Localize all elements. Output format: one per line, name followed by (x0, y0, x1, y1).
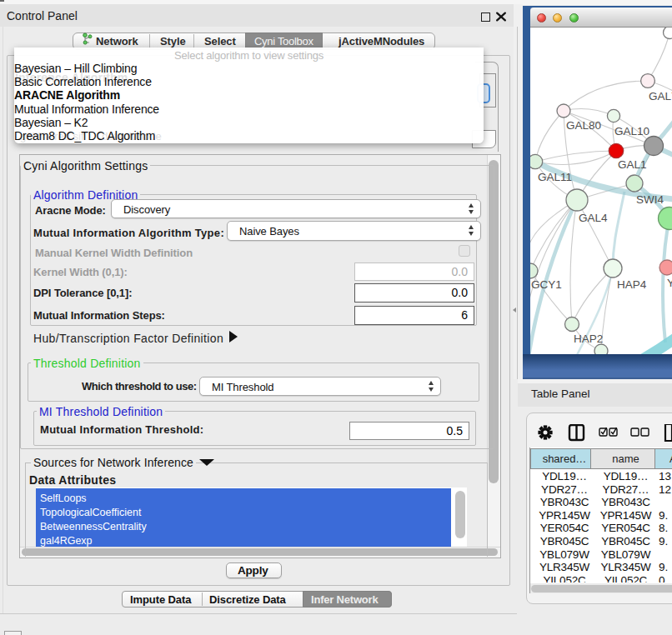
svg-text:GAL10: GAL10 (614, 125, 649, 138)
svg-text:SWI4: SWI4 (636, 193, 664, 206)
svg-text:GAL7: GAL7 (649, 90, 672, 102)
svg-text:HAP2: HAP2 (574, 332, 603, 345)
svg-text:HAP4: HAP4 (617, 278, 647, 291)
svg-text:Y: Y (667, 277, 672, 289)
svg-text:GAL80: GAL80 (566, 119, 601, 132)
svg-text:GCY1: GCY1 (531, 278, 562, 291)
svg-text:GAL11: GAL11 (538, 171, 572, 183)
svg-text:GAL1: GAL1 (618, 158, 647, 171)
svg-text:GAL4: GAL4 (579, 212, 608, 224)
